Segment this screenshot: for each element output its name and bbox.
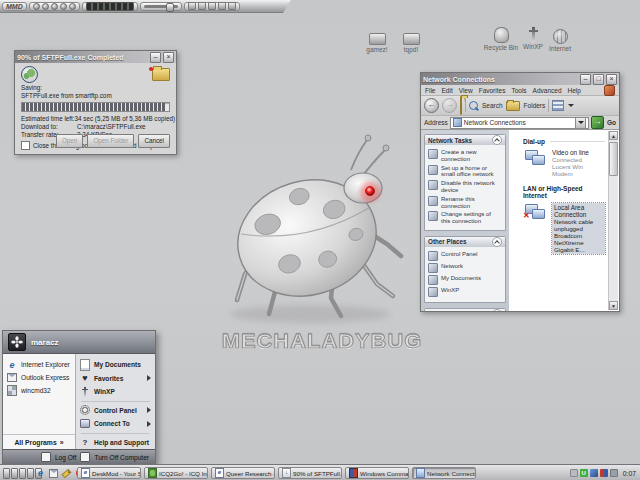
scrollbar-thumb[interactable] bbox=[609, 142, 618, 176]
start-item-outlook-express[interactable]: Outlook Express bbox=[3, 371, 75, 384]
menu-file[interactable]: File bbox=[425, 87, 435, 94]
start-item-control-panel[interactable]: Control Panel bbox=[76, 404, 155, 418]
open-button[interactable]: Open bbox=[56, 134, 83, 148]
tray-network-icon[interactable] bbox=[590, 469, 598, 477]
minimize-button[interactable]: – bbox=[150, 52, 161, 63]
menu-edit[interactable]: Edit bbox=[441, 87, 452, 94]
menu-favorites[interactable]: Favorites bbox=[479, 87, 506, 94]
connection-item-dialup[interactable]: Video on line Connected Lucent Win Modem bbox=[525, 149, 605, 177]
search-button[interactable]: Search bbox=[482, 102, 503, 109]
menu-tools[interactable]: Tools bbox=[511, 87, 526, 94]
row-value: 34 sec (5,25 MB of 5,36 MB copied) bbox=[75, 115, 175, 123]
winamp-player-bar[interactable]: MMD bbox=[0, 0, 291, 13]
open-folder-button[interactable]: Open Folder bbox=[87, 134, 134, 148]
tray-keyboard-layout-icon[interactable] bbox=[570, 469, 578, 477]
eq-button[interactable] bbox=[188, 2, 196, 10]
window-titlebar[interactable]: Network Connections – □ × bbox=[421, 73, 619, 85]
forward-button[interactable]: → bbox=[442, 98, 457, 113]
place-winxp[interactable]: WinXP bbox=[428, 287, 502, 297]
start-item-my-documents[interactable]: My Documents bbox=[76, 358, 155, 372]
player-window-toggles[interactable] bbox=[184, 2, 240, 11]
shuffle-button[interactable] bbox=[208, 2, 216, 10]
scroll-down-arrow[interactable]: ▼ bbox=[609, 301, 618, 310]
task-disable-device[interactable]: Disable this network device bbox=[428, 180, 502, 194]
search-icon[interactable] bbox=[469, 101, 478, 110]
folders-icon[interactable] bbox=[506, 101, 520, 111]
place-my-documents[interactable]: My Documents bbox=[428, 275, 502, 285]
my-documents-icon bbox=[428, 275, 438, 285]
menu-advanced[interactable]: Advanced bbox=[533, 87, 562, 94]
task-change-settings[interactable]: Change settings of this connection bbox=[428, 211, 502, 225]
quicklaunch-internet-explorer-icon[interactable]: e bbox=[36, 469, 45, 478]
minimize-player-button[interactable] bbox=[228, 2, 236, 10]
task-create-connection[interactable]: Create a new connection bbox=[428, 149, 502, 163]
desktop-icon-internet[interactable]: Internet bbox=[541, 28, 579, 52]
quicklaunch-pencil-icon[interactable] bbox=[62, 469, 71, 478]
start-item-connect-to[interactable]: Connect To bbox=[76, 417, 155, 431]
go-button[interactable]: → bbox=[591, 116, 604, 129]
next-button[interactable] bbox=[69, 3, 76, 10]
scroll-up-arrow[interactable]: ▲ bbox=[609, 131, 618, 140]
taskbar-task-queer-research[interactable]: eQueer Research - Ha... bbox=[211, 467, 275, 479]
start-menu-right-column: My Documents ♥Favorites WinXP Control Pa… bbox=[75, 354, 155, 449]
up-button[interactable]: ↑ bbox=[460, 97, 462, 115]
playlist-button[interactable] bbox=[198, 2, 206, 10]
tray-app-icon[interactable] bbox=[600, 469, 608, 477]
pause-button[interactable] bbox=[51, 3, 58, 10]
minimize-button[interactable]: – bbox=[580, 74, 591, 85]
desktop-icon-drive-2[interactable]: tqpd! bbox=[392, 29, 430, 53]
taskbar-task-windows-commander[interactable]: Windows Commander... bbox=[345, 467, 409, 479]
start-item-favorites[interactable]: ♥Favorites bbox=[76, 372, 155, 386]
menu-help[interactable]: Help bbox=[568, 87, 581, 94]
collapse-chevron-icon[interactable] bbox=[492, 135, 502, 145]
collapse-chevron-icon[interactable] bbox=[492, 237, 502, 247]
turn-off-computer-button[interactable]: Turn Off Computer bbox=[94, 454, 149, 461]
stop-button[interactable] bbox=[60, 3, 67, 10]
taskbar-task-network-connections[interactable]: Network Connections bbox=[412, 467, 476, 479]
folders-button[interactable]: Folders bbox=[524, 102, 546, 109]
gear-icon bbox=[80, 405, 90, 415]
seek-slider[interactable] bbox=[140, 2, 182, 11]
start-item-help-support[interactable]: ?Help and Support bbox=[76, 436, 155, 450]
address-dropdown-button[interactable] bbox=[575, 117, 586, 129]
task-rename-connection[interactable]: Rename this connection bbox=[428, 196, 502, 210]
lan-connection-icon: ✕ bbox=[525, 203, 547, 220]
play-button[interactable] bbox=[42, 3, 49, 10]
collapse-chevron-icon[interactable] bbox=[492, 309, 502, 311]
address-input[interactable]: Network Connections bbox=[450, 117, 589, 129]
views-icon[interactable] bbox=[552, 100, 564, 111]
taskbar-task-deskmod[interactable]: eDeskMod - Your Sour... bbox=[77, 467, 141, 479]
taskbar-task-icq2go[interactable]: ICQ2Go! - ICQ Inc. -... bbox=[144, 467, 208, 479]
all-programs-button[interactable]: All Programs» bbox=[3, 434, 75, 449]
player-transport[interactable] bbox=[29, 2, 80, 11]
row-value: C:\maracz\SFTPFull.exe bbox=[77, 123, 146, 131]
task-setup-network[interactable]: Set up a home or small office network bbox=[428, 165, 502, 179]
close-icon[interactable]: × bbox=[163, 52, 174, 63]
maximize-button[interactable]: □ bbox=[593, 74, 604, 85]
desktop-icon-drive-1[interactable]: gamez! bbox=[358, 29, 396, 53]
repeat-button[interactable] bbox=[218, 2, 226, 10]
panel-title: Details bbox=[428, 310, 449, 311]
prev-button[interactable] bbox=[33, 3, 40, 10]
views-dropdown-caret[interactable] bbox=[568, 104, 574, 107]
menu-view[interactable]: View bbox=[459, 87, 473, 94]
quicklaunch-mail-icon[interactable] bbox=[49, 469, 58, 478]
start-item-winxp[interactable]: WinXP bbox=[76, 385, 155, 399]
place-network[interactable]: Network bbox=[428, 263, 502, 273]
start-item-internet-explorer[interactable]: eInternet Explorer bbox=[3, 358, 75, 371]
log-off-button[interactable]: Log Off bbox=[55, 454, 77, 461]
cancel-button[interactable]: Cancel bbox=[138, 134, 170, 148]
group-header-dialup: Dial-up bbox=[523, 138, 545, 145]
connection-item-lan[interactable]: ✕ Local Area Connection Network cable un… bbox=[525, 203, 605, 254]
close-icon[interactable]: × bbox=[606, 74, 617, 85]
back-button[interactable]: ← bbox=[424, 98, 439, 113]
close-when-done-checkbox[interactable] bbox=[21, 141, 30, 150]
taskbar-task-download[interactable]: ↓90% of SFTPFull.e... bbox=[278, 467, 342, 479]
dialog-titlebar[interactable]: 90% of SFTPFull.exe Completed – × bbox=[15, 51, 176, 63]
tray-pencil-icon[interactable] bbox=[610, 469, 618, 477]
start-item-wincmd32[interactable]: wincmd32 bbox=[3, 384, 75, 397]
tray-messenger-icon[interactable]: U bbox=[580, 469, 588, 477]
vertical-scrollbar[interactable]: ▲ ▼ bbox=[608, 131, 618, 310]
address-bar: Address Network Connections → Go bbox=[421, 116, 619, 130]
place-control-panel[interactable]: Control Panel bbox=[428, 251, 502, 261]
